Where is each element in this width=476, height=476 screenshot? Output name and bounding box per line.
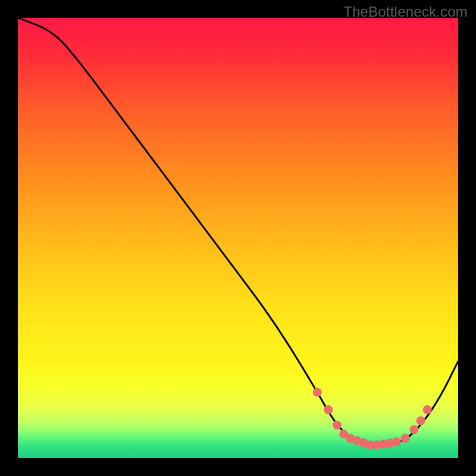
marker-dot — [423, 405, 432, 414]
gradient-background — [18, 18, 458, 458]
marker-dot — [416, 416, 425, 425]
chart-frame: TheBottleneck.com — [0, 0, 476, 476]
marker-dot — [392, 437, 401, 446]
chart-svg — [18, 18, 458, 458]
marker-dot — [324, 405, 333, 414]
marker-dot — [313, 388, 322, 397]
plot-area — [18, 18, 458, 458]
marker-dot — [333, 421, 342, 430]
marker-dot — [410, 425, 419, 434]
marker-dot — [401, 434, 410, 443]
